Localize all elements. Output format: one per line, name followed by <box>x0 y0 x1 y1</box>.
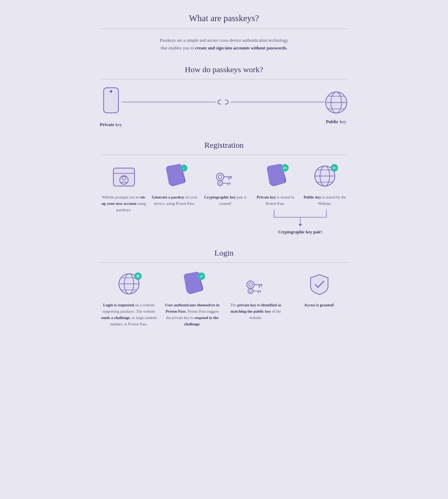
connector-right <box>230 102 324 102</box>
reg-step-4: Private key is stored in Proton Pass. <box>252 164 299 207</box>
svg-point-23 <box>218 181 223 186</box>
chain-link-icon <box>216 98 230 106</box>
reg-step-5: Public key is stored by the Website. <box>302 164 348 207</box>
svg-point-54 <box>249 290 252 292</box>
arrows-badge <box>134 272 142 280</box>
bracket-arrow-shaft <box>300 218 301 224</box>
registration-title: Registration <box>100 141 348 150</box>
check-icon <box>200 275 203 278</box>
reg-icon-5 <box>312 164 338 191</box>
login-step-4: Access is granted! <box>290 272 348 308</box>
login-title: Login <box>100 248 348 258</box>
login-steps: Login is requested on a website supporti… <box>100 272 348 327</box>
globe-icon-large <box>324 90 348 115</box>
browser-icon <box>112 165 136 189</box>
login-icon-4 <box>306 272 332 298</box>
private-key-item: Private key <box>100 87 122 127</box>
intro-text: Passkeys are a simple and secure cross d… <box>100 37 348 52</box>
main-page: What are passkeys? Passkeys are a simple… <box>89 0 359 343</box>
registration-steps: Website prompts you to set-up your new a… <box>100 164 348 235</box>
phone-icon <box>101 87 121 118</box>
login-text-4: Access is granted! <box>304 302 334 308</box>
login-text-1: Login is requested on a website supporti… <box>100 302 158 327</box>
arrows-icon <box>136 274 140 278</box>
svg-point-49 <box>249 283 252 287</box>
reg-step-3: Cryptographic key pair is created! <box>201 164 250 207</box>
login-icon-3 <box>243 272 269 298</box>
login-text-2: User authenticates themselves in Proton … <box>163 302 221 327</box>
title-divider <box>100 29 348 29</box>
login-icon-1 <box>116 272 142 298</box>
reg-divider <box>100 155 348 155</box>
reg-text-4: Private key is stored in Proton Pass. <box>252 194 299 207</box>
key-diagram: Private key <box>100 87 348 127</box>
check-badge-2 <box>198 272 205 280</box>
login-step-3: The private key is identified as matchin… <box>227 272 285 321</box>
svg-point-19 <box>218 175 222 179</box>
matching-key-icon <box>244 275 268 296</box>
svg-point-48 <box>247 281 254 288</box>
connector-left <box>122 102 216 102</box>
private-key-label: Private key <box>100 122 122 127</box>
svg-rect-4 <box>221 100 225 104</box>
reg-text-3: Cryptographic key pair is created! <box>201 194 250 207</box>
key-badge-4 <box>281 164 289 172</box>
login-divider <box>100 262 348 263</box>
reg-step-1: Website prompts you to set-up your new a… <box>100 164 148 213</box>
svg-point-30 <box>283 167 285 169</box>
how-divider <box>100 79 348 79</box>
reg-step-2: + Generate a passkey on your device, usi… <box>151 164 199 207</box>
login-step-2: User authenticates themselves in Proton … <box>163 272 221 327</box>
reg-text-1: Website prompts you to set-up your new a… <box>100 194 148 213</box>
keypair-container: Private key is stored in Proton Pass. <box>252 164 348 235</box>
reg-icon-2: + <box>161 164 188 191</box>
reg-icon-1 <box>111 164 137 191</box>
login-text-3: The private key is identified as matchin… <box>227 302 285 321</box>
login-icon-2 <box>179 272 206 298</box>
reg-icon-4 <box>262 164 289 191</box>
svg-rect-12 <box>113 168 135 186</box>
login-section: Login <box>100 248 348 327</box>
keypair-top: Private key is stored in Proton Pass. <box>252 164 348 207</box>
svg-point-53 <box>248 288 253 294</box>
key-pair-icon <box>214 167 237 188</box>
public-key-item: Public key <box>324 90 348 124</box>
login-step-1: Login is requested on a website supporti… <box>100 272 158 327</box>
key-badge-5 <box>331 164 338 172</box>
keypair-label: Cryptographic key pair! <box>278 229 322 235</box>
reg-icon-3 <box>212 164 239 191</box>
svg-point-1 <box>110 90 112 93</box>
svg-point-24 <box>219 182 221 184</box>
keypair-bracket <box>274 210 327 218</box>
plus-badge: + <box>181 165 187 172</box>
shield-check-icon <box>307 272 331 296</box>
reg-text-2: Generate a passkey on your device, using… <box>151 194 199 207</box>
key-connector <box>122 98 324 117</box>
svg-point-18 <box>216 173 224 181</box>
bracket-arrow-head <box>298 224 302 227</box>
page-title: What are passkeys? <box>100 13 348 23</box>
reg-text-5: Public key is stored by the Website. <box>302 194 348 207</box>
key-small-icon <box>283 166 287 169</box>
key-small-icon2 <box>332 166 336 169</box>
svg-point-38 <box>332 167 335 169</box>
public-key-label: Public key <box>326 119 347 124</box>
how-title: How do passkeys work? <box>100 65 348 74</box>
